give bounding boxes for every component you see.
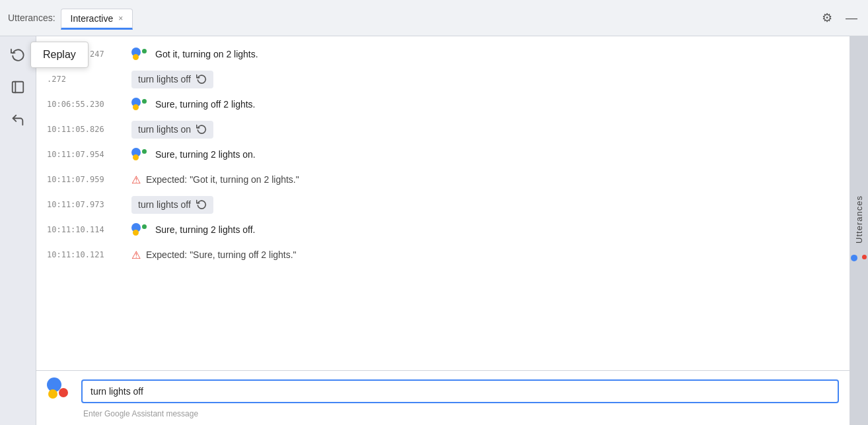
query-text: turn lights off — [138, 199, 191, 210]
save-button[interactable] — [7, 76, 29, 98]
tab-close-button[interactable]: × — [118, 14, 123, 23]
query-text: turn lights on — [138, 124, 191, 135]
timestamp: 10:11:07.959 — [47, 175, 126, 184]
list-item: 10:11:10.121 ⚠ Expected: "Sure, turning … — [36, 242, 850, 267]
message-text: Got it, turning on 2 lights. — [155, 49, 839, 59]
input-hint: Enter Google Assistant message — [47, 409, 839, 418]
title-bar-label: Utterances: — [8, 13, 55, 23]
message-text: Sure, turning off 2 lights. — [155, 99, 839, 110]
timestamp: 10:11:05.826 — [47, 125, 126, 134]
timestamp: .272 — [47, 75, 126, 84]
avatar — [131, 223, 150, 236]
timestamp: 10:06:55.230 — [47, 100, 126, 109]
content-panel: 10:04:36.247 Got it, turning on 2 lights… — [36, 36, 850, 425]
replay-query-button[interactable] — [196, 73, 207, 86]
timestamp: 10:11:07.954 — [47, 150, 126, 159]
list-item: 10:11:05.826 turn lights on — [36, 117, 850, 142]
utterances-sidebar-label: Utterances — [854, 195, 864, 266]
settings-button[interactable]: ⚙ — [819, 8, 835, 28]
main-area: Replay 10:04:36.247 — [0, 36, 868, 425]
list-item: 10:11:07.959 ⚠ Expected: "Got it, turnin… — [36, 167, 850, 192]
title-bar-actions: ⚙ — — [819, 8, 860, 28]
error-text: Expected: "Got it, turning on 2 lights." — [146, 174, 299, 185]
list-item: 10:11:10.114 Sure, turning 2 lights off. — [36, 217, 850, 242]
messages-area: 10:04:36.247 Got it, turning on 2 lights… — [36, 36, 850, 370]
list-item: 10:04:36.247 Got it, turning on 2 lights… — [36, 42, 850, 67]
timestamp: 10:11:10.121 — [47, 250, 126, 259]
message-text: Sure, turning 2 lights off. — [155, 224, 839, 235]
list-item: 10:11:07.973 turn lights off — [36, 192, 850, 217]
query-text: turn lights off — [138, 74, 191, 84]
interactive-tab[interactable]: Interactive × — [61, 9, 133, 30]
input-row — [47, 377, 839, 405]
avatar — [131, 148, 150, 161]
title-bar: Utterances: Interactive × ⚙ — — [0, 0, 868, 36]
error-icon: ⚠ — [131, 174, 141, 186]
replay-query-button[interactable] — [196, 199, 207, 211]
assistant-avatar-large — [47, 377, 75, 405]
avatar — [131, 98, 150, 111]
list-item: 10:11:07.954 Sure, turning 2 lights on. — [36, 142, 850, 167]
error-icon: ⚠ — [131, 249, 141, 261]
list-item: 10:06:55.230 Sure, turning off 2 lights. — [36, 92, 850, 117]
timestamp: 10:11:07.973 — [47, 200, 126, 209]
user-query-box: turn lights on — [131, 121, 213, 139]
minimize-button[interactable]: — — [843, 9, 860, 28]
svg-rect-0 — [13, 82, 24, 93]
tab-label: Interactive — [71, 13, 114, 24]
avatar — [131, 48, 150, 61]
list-item: .272 turn lights off — [36, 67, 850, 92]
error-text: Expected: "Sure, turning off 2 lights." — [146, 249, 297, 260]
left-sidebar: Replay — [0, 36, 36, 425]
timestamp: 10:11:10.114 — [47, 225, 126, 234]
user-query-box: turn lights off — [131, 71, 213, 88]
input-area: Enter Google Assistant message — [36, 370, 850, 425]
right-sidebar[interactable]: Utterances — [850, 36, 868, 425]
tooltip-text: Replay — [43, 49, 76, 60]
message-input[interactable] — [81, 379, 839, 403]
replay-query-button[interactable] — [196, 123, 207, 136]
replay-tooltip: Replay — [30, 42, 89, 68]
replay-button[interactable] — [7, 43, 29, 65]
user-query-box: turn lights off — [131, 196, 213, 214]
undo-button[interactable] — [7, 109, 29, 131]
message-text: Sure, turning 2 lights on. — [155, 149, 839, 160]
